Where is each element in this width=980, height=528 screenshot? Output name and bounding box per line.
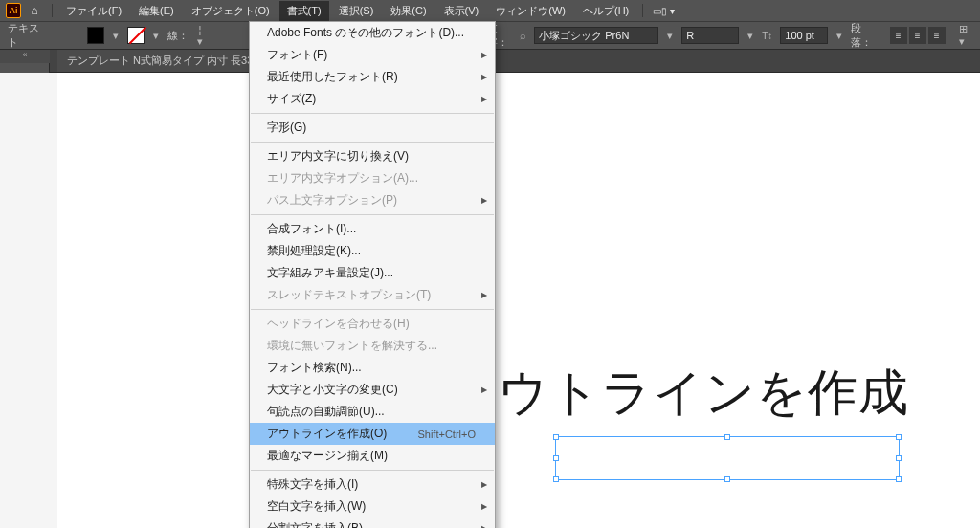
menu-item-label: 禁則処理設定(K)... [267, 243, 361, 259]
menu-view[interactable]: 表示(V) [436, 1, 487, 21]
menu-item-label: 空白文字を挿入(W) [267, 498, 366, 515]
text-object[interactable]: ウトラインを作成 [498, 360, 909, 427]
menu-item-label: スレッドテキストオプション(T) [267, 287, 431, 303]
menu-item[interactable]: Adobe Fonts のその他のフォント(D)... [250, 22, 495, 44]
type-menu-dropdown: Adobe Fonts のその他のフォント(D)...フォント(F)最近使用した… [249, 21, 496, 528]
menu-item-label: フォント(F) [267, 47, 327, 63]
menu-item[interactable]: 禁則処理設定(K)... [250, 240, 495, 262]
menu-item-label: 最近使用したフォント(R) [267, 69, 398, 85]
mode-label: テキスト [8, 21, 41, 50]
artboard[interactable]: ウトラインを作成 [57, 73, 980, 528]
menu-item-label: 分割文字を挿入(B) [267, 520, 363, 528]
paragraph-align-group: ≡ ≡ ≡ [890, 27, 946, 44]
menu-item-label: 環境に無いフォントを解決する... [267, 338, 437, 354]
menu-item: パス上文字オプション(P) [250, 189, 495, 211]
menu-type[interactable]: 書式(T) [279, 1, 329, 21]
menu-item-label: 文字組みアキ量設定(J)... [267, 265, 393, 281]
menu-edit[interactable]: 編集(E) [131, 1, 182, 21]
menu-item[interactable]: 大文字と小文字の変更(C) [250, 379, 495, 401]
menu-select[interactable]: 選択(S) [331, 1, 382, 21]
font-style-field[interactable] [681, 27, 739, 44]
menu-item[interactable]: 最近使用したフォント(R) [250, 66, 495, 88]
font-size-field[interactable] [780, 27, 828, 44]
menu-item-label: 最適なマージン揃え(M) [267, 448, 388, 464]
menu-item-label: フォント検索(N)... [267, 360, 362, 376]
align-left-icon[interactable]: ≡ [890, 27, 907, 44]
menu-item-label: 字形(G) [267, 120, 306, 136]
menu-item-label: 句読点の自動調節(U)... [267, 404, 385, 420]
fill-swatch[interactable] [87, 27, 104, 44]
menu-item-label: 合成フォント(I)... [267, 221, 356, 237]
menu-divider [251, 142, 494, 143]
search-icon: ⌕ [520, 30, 526, 41]
menu-item[interactable]: 分割文字を挿入(B) [250, 517, 495, 528]
menu-item-label: 特殊文字を挿入(I) [267, 476, 358, 493]
menu-divider [251, 113, 494, 114]
menu-item[interactable]: エリア内文字に切り換え(V) [250, 145, 495, 167]
menu-item-label: エリア内文字オプション(A)... [267, 170, 418, 187]
menu-item: スレッドテキストオプション(T) [250, 284, 495, 306]
menu-divider [251, 470, 494, 471]
align-center-icon[interactable]: ≡ [909, 27, 926, 44]
menu-item[interactable]: 合成フォント(I)... [250, 218, 495, 240]
stroke-weight-dropdown[interactable]: ¦ ▾ [196, 24, 204, 48]
menu-item-label: エリア内文字に切り換え(V) [267, 148, 409, 165]
stroke-swatch[interactable] [127, 27, 145, 44]
menu-file[interactable]: ファイル(F) [58, 1, 129, 21]
align-right-icon[interactable]: ≡ [928, 27, 946, 44]
menu-item[interactable]: 最適なマージン揃え(M) [250, 445, 495, 467]
options-more-icon[interactable]: ⊞ ▾ [959, 23, 972, 48]
menu-item[interactable]: 文字組みアキ量設定(J)... [250, 262, 495, 284]
menu-divider [251, 214, 494, 215]
font-family-field[interactable] [534, 27, 658, 44]
menu-divider [251, 309, 494, 310]
arrange-documents-icon[interactable]: ▭▯ ▾ [649, 6, 679, 16]
menu-item: エリア内文字オプション(A)... [250, 167, 495, 189]
menu-object[interactable]: オブジェクト(O) [184, 1, 278, 21]
menu-item[interactable]: 字形(G) [250, 117, 495, 139]
menu-item-label: ヘッドラインを合わせる(H) [267, 316, 410, 332]
menu-bar: Ai ⌂ ファイル(F) 編集(E) オブジェクト(O) 書式(T) 選択(S)… [0, 0, 980, 21]
menu-item[interactable]: アウトラインを作成(O)Shift+Ctrl+O [250, 423, 495, 445]
para-label: 段落： [851, 21, 876, 50]
menu-item[interactable]: 空白文字を挿入(W) [250, 495, 495, 517]
menu-help[interactable]: ヘルプ(H) [575, 1, 636, 21]
menu-item-label: パス上文字オプション(P) [267, 192, 397, 209]
menu-item[interactable]: 特殊文字を挿入(I) [250, 473, 495, 495]
menu-item-label: サイズ(Z) [267, 91, 316, 107]
menu-item[interactable]: サイズ(Z) [250, 88, 495, 110]
menu-item[interactable]: フォント(F) [250, 44, 495, 66]
collapse-toolbar-icon[interactable]: « [0, 50, 50, 63]
stroke-label: 線： [167, 29, 189, 43]
menu-item[interactable]: フォント検索(N)... [250, 357, 495, 379]
menu-effect[interactable]: 効果(C) [383, 1, 434, 21]
selection-bounding-box[interactable] [555, 436, 900, 480]
menu-item: ヘッドラインを合わせる(H) [250, 313, 495, 335]
menu-window[interactable]: ウィンドウ(W) [488, 1, 573, 21]
menu-item-label: アウトラインを作成(O) [267, 426, 387, 442]
menu-item: 環境に無いフォントを解決する... [250, 335, 495, 357]
menu-item-label: 大文字と小文字の変更(C) [267, 382, 398, 398]
home-icon[interactable]: ⌂ [27, 3, 42, 18]
menu-item-shortcut: Shift+Ctrl+O [417, 429, 476, 440]
font-size-icon: T↕ [762, 31, 772, 41]
menu-item-label: Adobe Fonts のその他のフォント(D)... [267, 25, 464, 41]
menu-item[interactable]: 句読点の自動調節(U)... [250, 401, 495, 423]
app-logo: Ai [6, 3, 21, 18]
